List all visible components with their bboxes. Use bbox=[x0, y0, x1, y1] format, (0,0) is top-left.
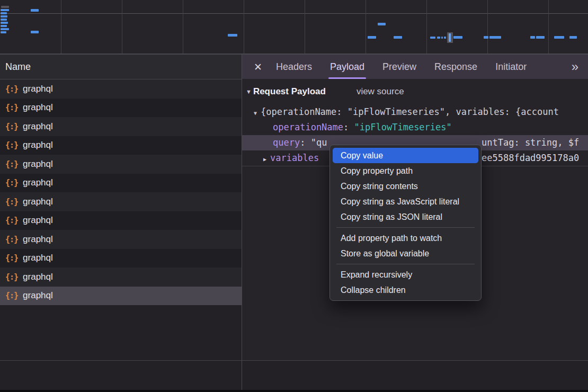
collapse-triangle-icon[interactable]: ▼ bbox=[246, 88, 252, 95]
json-braces-icon: {:} bbox=[5, 291, 18, 300]
table-row[interactable]: {:}graphql bbox=[0, 174, 242, 193]
colon: : bbox=[343, 122, 354, 132]
timeline-bar bbox=[1, 28, 9, 30]
close-icon[interactable]: ✕ bbox=[254, 61, 262, 73]
json-braces-icon: {:} bbox=[5, 84, 18, 94]
menu-item-store-as-global-variable[interactable]: Store as global variable bbox=[333, 246, 478, 261]
timeline-bar bbox=[1, 31, 6, 33]
query-value-end: untTag: string, $f bbox=[482, 135, 579, 150]
timeline-bar bbox=[489, 36, 501, 39]
table-row[interactable]: {:}graphql bbox=[0, 249, 242, 268]
json-braces-icon: {:} bbox=[5, 140, 18, 150]
timeline-bar bbox=[394, 36, 402, 39]
json-braces-icon: {:} bbox=[5, 216, 18, 225]
table-row[interactable]: {:}graphql bbox=[0, 192, 242, 211]
tab-payload[interactable]: Payload bbox=[330, 55, 364, 79]
request-name: graphql bbox=[23, 253, 53, 263]
menu-item-add-property-path-to-watch[interactable]: Add property path to watch bbox=[333, 230, 478, 246]
timeline-bar bbox=[449, 33, 451, 42]
request-name: graphql bbox=[23, 159, 53, 170]
timeline-bar bbox=[437, 37, 440, 39]
timeline-bar bbox=[1, 6, 9, 8]
menu-item-copy-string-contents[interactable]: Copy string contents bbox=[333, 179, 478, 194]
menu-item-copy-string-as-json-literal[interactable]: Copy string as JSON literal bbox=[333, 209, 478, 225]
request-name: graphql bbox=[23, 140, 53, 150]
expand-triangle-icon[interactable]: ▼ bbox=[254, 110, 257, 116]
tab-headers[interactable]: Headers bbox=[276, 55, 312, 79]
panel-divider bbox=[242, 361, 242, 390]
timeline-bar bbox=[430, 37, 435, 39]
summary-footer bbox=[0, 360, 588, 390]
timeline-bar bbox=[441, 37, 443, 39]
timeline-bar bbox=[1, 12, 7, 14]
property-key: operationName bbox=[273, 122, 343, 132]
table-row[interactable]: {:}graphql bbox=[0, 230, 242, 249]
json-braces-icon: {:} bbox=[5, 103, 18, 112]
json-braces-icon: {:} bbox=[5, 178, 18, 188]
tab-response[interactable]: Response bbox=[434, 55, 477, 79]
timeline-bar bbox=[484, 36, 488, 39]
menu-item-copy-property-path[interactable]: Copy property path bbox=[333, 163, 478, 179]
collapsed-triangle-icon[interactable]: ▶ bbox=[263, 156, 266, 162]
overview-gridline bbox=[487, 0, 488, 54]
json-braces-icon: {:} bbox=[5, 253, 18, 263]
property-key: query bbox=[273, 137, 300, 148]
network-overview[interactable] bbox=[0, 0, 588, 54]
network-main-split: Name {:}graphql{:}graphql{:}graphql{:}gr… bbox=[0, 55, 588, 361]
overview-horizontal-gridline bbox=[0, 13, 588, 14]
timeline-bar bbox=[1, 15, 7, 17]
request-name: graphql bbox=[23, 290, 53, 301]
menu-item-collapse-children[interactable]: Collapse children bbox=[333, 282, 478, 298]
request-name: graphql bbox=[23, 121, 53, 132]
overview-gridline bbox=[426, 0, 427, 54]
overview-gridline bbox=[183, 0, 183, 54]
json-braces-icon: {:} bbox=[5, 197, 18, 207]
table-row[interactable]: {:}graphql bbox=[0, 136, 242, 155]
timeline-bar bbox=[368, 36, 376, 39]
menu-separator bbox=[336, 264, 475, 264]
payload-root-row[interactable]: ▼{operationName: "ipFlowTimeseries", var… bbox=[242, 104, 588, 120]
json-braces-icon: {:} bbox=[5, 122, 18, 131]
timeline-bar bbox=[530, 36, 535, 39]
tab-preview[interactable]: Preview bbox=[382, 55, 416, 79]
timeline-bar bbox=[453, 36, 462, 39]
request-name: graphql bbox=[23, 197, 53, 207]
operation-name-row[interactable]: operationName: "ipFlowTimeseries" bbox=[242, 120, 588, 135]
payload-preview-text: {operationName: "ipFlowTimeseries", vari… bbox=[261, 106, 559, 117]
request-payload-title: Request Payload bbox=[253, 86, 326, 97]
table-row[interactable]: {:}graphql bbox=[0, 211, 242, 230]
table-row[interactable]: {:}graphql bbox=[0, 79, 242, 99]
property-value-string: "ipFlowTimeseries" bbox=[354, 122, 452, 132]
json-braces-icon: {:} bbox=[5, 235, 18, 244]
timeline-bar bbox=[444, 37, 446, 39]
timeline-bar bbox=[31, 31, 39, 33]
timeline-bar bbox=[1, 25, 7, 27]
table-row[interactable]: {:}graphql bbox=[0, 268, 242, 287]
table-row[interactable]: {:}graphql bbox=[0, 287, 242, 306]
request-table-panel: Name {:}graphql{:}graphql{:}graphql{:}gr… bbox=[0, 55, 242, 361]
timeline-bar bbox=[228, 34, 237, 37]
timeline-bar bbox=[1, 22, 8, 24]
request-name: graphql bbox=[23, 177, 53, 188]
menu-item-copy-value[interactable]: Copy value bbox=[333, 148, 478, 163]
timeline-bar bbox=[536, 36, 545, 39]
timeline-bar bbox=[1, 19, 7, 21]
table-row[interactable]: {:}graphql bbox=[0, 117, 242, 136]
request-name: graphql bbox=[23, 102, 53, 113]
timeline-bar bbox=[554, 36, 564, 39]
overview-gridline bbox=[122, 0, 122, 54]
tab-initiator[interactable]: Initiator bbox=[495, 55, 527, 79]
table-row[interactable]: {:}graphql bbox=[0, 155, 242, 174]
menu-item-copy-string-as-javascript-literal[interactable]: Copy string as JavaScript literal bbox=[333, 194, 478, 209]
window-bottom-edge bbox=[0, 390, 588, 392]
name-column-header[interactable]: Name bbox=[0, 55, 242, 79]
request-payload-section-header: ▼ Request Payload view source bbox=[242, 79, 588, 104]
more-tabs-icon[interactable]: » bbox=[572, 55, 578, 79]
view-source-link[interactable]: view source bbox=[357, 86, 404, 97]
menu-item-expand-recursively[interactable]: Expand recursively bbox=[333, 267, 478, 282]
overview-gridline bbox=[548, 0, 549, 54]
json-braces-icon: {:} bbox=[5, 159, 18, 169]
query-value-start: "qu bbox=[311, 137, 327, 148]
table-row[interactable]: {:}graphql bbox=[0, 99, 242, 118]
variables-value-end: ee5588fdad995178a0 bbox=[482, 150, 579, 166]
